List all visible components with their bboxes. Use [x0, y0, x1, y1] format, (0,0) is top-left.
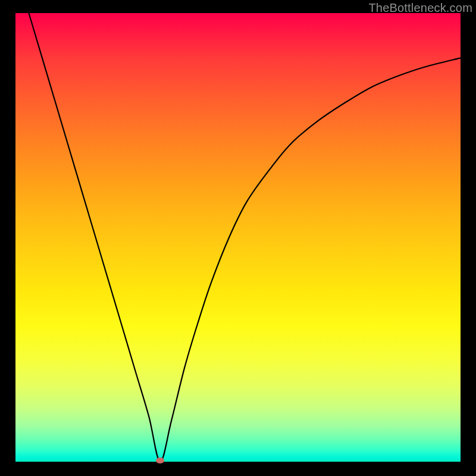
bottleneck-curve — [29, 13, 461, 462]
optimal-point-marker — [156, 458, 164, 464]
attribution-label: TheBottleneck.com — [368, 1, 472, 15]
plot-area — [15, 13, 461, 462]
curve-svg — [15, 13, 461, 462]
chart-frame: TheBottleneck.com — [0, 0, 476, 476]
